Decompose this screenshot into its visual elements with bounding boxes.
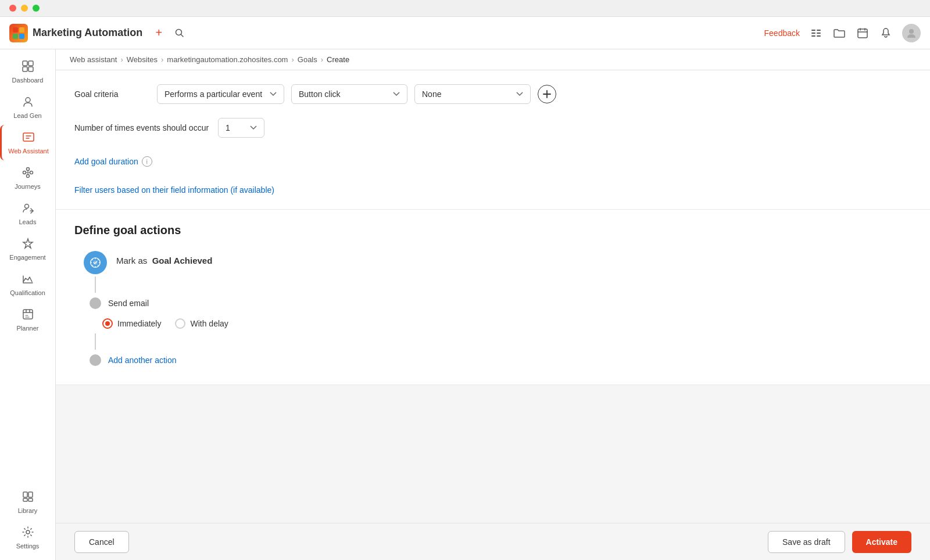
goal-action-flow: Mark as Goal Achieved Send email	[74, 251, 911, 371]
sidebar-item-label-settings: Settings	[16, 543, 40, 550]
sidebar-item-web-assistant[interactable]: Web Assistant	[0, 125, 55, 160]
footer-right: Save as draft Activate	[768, 531, 911, 553]
svg-rect-6	[817, 30, 821, 31]
svg-point-22	[26, 175, 29, 178]
add-criteria-button[interactable]	[538, 85, 556, 103]
maximize-dot[interactable]	[33, 5, 40, 12]
svg-rect-9	[811, 35, 815, 37]
svg-rect-13	[23, 61, 27, 66]
times-dropdown[interactable]: 1 2 3 4 5	[218, 118, 264, 138]
svg-point-23	[24, 204, 28, 209]
window-chrome	[0, 0, 930, 17]
cancel-button[interactable]: Cancel	[74, 531, 129, 553]
sidebar-item-journeys[interactable]: Journeys	[0, 160, 55, 196]
feedback-link[interactable]: Feedback	[764, 28, 800, 38]
sidebar-item-library[interactable]: Library	[0, 484, 55, 520]
event-filter-dropdown[interactable]: None Option 1 Option 2	[414, 84, 531, 104]
svg-rect-27	[23, 498, 27, 501]
add-action-circle	[90, 354, 101, 366]
bell-icon[interactable]	[879, 26, 893, 40]
library-icon	[22, 490, 34, 505]
sidebar-item-label-planner: Planner	[17, 325, 39, 332]
sidebar-item-label-web-assistant: Web Assistant	[8, 148, 49, 155]
svg-rect-16	[28, 67, 33, 71]
breadcrumb-site[interactable]: marketingautomation.zohosites.com	[167, 55, 288, 64]
goal-achieved-label: Mark as Goal Achieved	[116, 256, 212, 265]
event-subtype-dropdown[interactable]: Button click Form submit Page visit	[291, 84, 407, 104]
goal-achieved-icon	[84, 251, 107, 274]
sidebar-item-settings[interactable]: Settings	[0, 520, 55, 555]
list-icon[interactable]	[809, 26, 823, 40]
connector-2	[95, 333, 96, 350]
sidebar-item-dashboard[interactable]: Dashboard	[0, 54, 55, 89]
event-type-dropdown[interactable]: Performs a particular event Visits a pag…	[157, 84, 284, 104]
svg-rect-15	[23, 67, 27, 71]
svg-point-29	[26, 530, 30, 534]
connector-1	[95, 277, 96, 293]
sidebar-item-engagement[interactable]: Engagement	[0, 231, 55, 267]
svg-rect-8	[817, 33, 821, 34]
add-another-action-link[interactable]: Add another action	[108, 356, 177, 365]
settings-icon	[22, 526, 34, 540]
sidebar-item-label-leads: Leads	[19, 218, 37, 225]
send-email-node: Send email	[84, 293, 911, 314]
svg-rect-5	[811, 30, 815, 31]
svg-rect-14	[28, 61, 33, 66]
with-delay-radio[interactable]	[175, 318, 185, 329]
user-avatar[interactable]	[902, 24, 921, 42]
svg-rect-7	[811, 33, 815, 34]
breadcrumb-websites[interactable]: Websites	[127, 55, 158, 64]
close-dot[interactable]	[9, 5, 16, 12]
sidebar-item-label-journeys: Journeys	[15, 183, 41, 190]
times-label: Number of times events should occur	[74, 123, 209, 132]
filter-users-link[interactable]: Filter users based on their field inform…	[74, 185, 274, 195]
goal-achieved-node: Mark as Goal Achieved	[84, 251, 911, 274]
topbar: Marketing Automation + Feedback	[0, 17, 930, 49]
activate-button[interactable]: Activate	[852, 531, 911, 553]
folder-icon[interactable]	[832, 26, 846, 40]
app-title: Marketing Automation	[33, 27, 142, 39]
svg-point-17	[26, 98, 30, 102]
leads-icon	[22, 202, 34, 216]
goal-criteria-card: Goal criteria Performs a particular even…	[56, 70, 930, 210]
add-icon[interactable]: +	[152, 26, 166, 40]
times-row: Number of times events should occur 1 2 …	[74, 118, 911, 138]
search-icon[interactable]	[173, 26, 187, 40]
info-icon[interactable]: i	[142, 156, 152, 167]
sidebar-item-label-qualification: Qualification	[10, 289, 45, 296]
sidebar-item-lead-gen[interactable]: Lead Gen	[0, 89, 55, 125]
minimize-dot[interactable]	[21, 5, 28, 12]
goal-achieved-content: Mark as Goal Achieved	[116, 251, 212, 265]
svg-rect-11	[858, 29, 867, 38]
svg-rect-18	[23, 133, 34, 141]
criteria-row: Goal criteria Performs a particular even…	[74, 84, 911, 104]
svg-rect-28	[28, 498, 33, 501]
scroll-content: Goal criteria Performs a particular even…	[56, 70, 930, 523]
sidebar-item-qualification[interactable]: Qualification	[0, 267, 55, 302]
section-title: Define goal actions	[74, 224, 911, 237]
footer: Cancel Save as draft Activate	[56, 523, 930, 560]
add-goal-duration-link[interactable]: Add goal duration i	[74, 156, 152, 167]
dashboard-icon	[22, 60, 34, 74]
immediately-label: Immediately	[117, 319, 161, 328]
breadcrumb-web-assistant[interactable]: Web assistant	[70, 55, 117, 64]
svg-rect-10	[817, 35, 821, 37]
breadcrumb-goals[interactable]: Goals	[298, 55, 317, 64]
calendar-icon[interactable]	[856, 26, 870, 40]
svg-rect-25	[23, 492, 27, 497]
sidebar-item-leads[interactable]: Leads	[0, 196, 55, 231]
svg-rect-1	[19, 27, 24, 33]
sidebar-item-label-dashboard: Dashboard	[12, 77, 44, 84]
immediately-option[interactable]: Immediately	[102, 318, 161, 329]
sidebar-item-planner[interactable]: Planner	[0, 302, 55, 338]
immediately-radio[interactable]	[102, 318, 113, 329]
topbar-right: Feedback	[764, 24, 921, 42]
svg-rect-26	[28, 492, 33, 497]
save-draft-button[interactable]: Save as draft	[768, 531, 845, 553]
with-delay-option[interactable]: With delay	[175, 318, 228, 329]
topbar-actions: +	[152, 26, 187, 40]
add-action-node: Add another action	[84, 350, 911, 371]
journeys-icon	[22, 166, 34, 181]
planner-icon	[22, 308, 34, 322]
svg-rect-0	[13, 27, 18, 33]
